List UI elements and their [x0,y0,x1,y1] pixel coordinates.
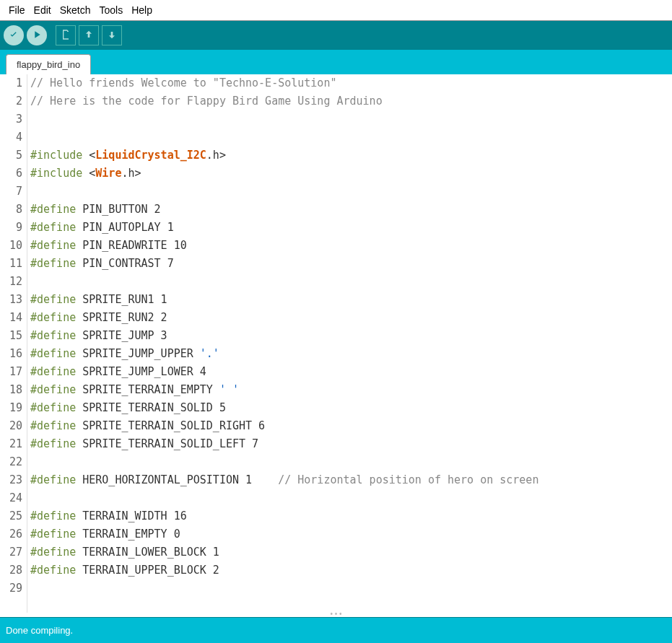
file-icon [60,29,71,43]
code-area[interactable]: // Hello friends Welcome to "Techno-E-So… [27,74,672,613]
open-button[interactable] [79,25,99,45]
line-number: 11 [3,255,22,273]
menu-sketch[interactable]: Sketch [56,3,95,17]
code-line[interactable]: #include <Wire.h> [30,165,672,183]
line-number: 16 [3,345,22,363]
code-line[interactable]: #define TERRAIN_EMPTY 0 [30,525,672,543]
menu-help[interactable]: Help [127,3,157,17]
line-number: 2 [3,92,22,110]
code-line[interactable]: #include <LiquidCrystal_I2C.h> [30,146,672,165]
code-line[interactable]: // Here is the code for Flappy Bird Game… [30,92,672,110]
line-number: 14 [3,309,22,327]
line-number: 15 [3,327,22,345]
arrow-up-icon [83,29,95,43]
line-number: 20 [3,417,22,435]
code-line[interactable]: #define SPRITE_TERRAIN_EMPTY ' ' [30,381,672,399]
code-line[interactable]: // Hello friends Welcome to "Techno-E-So… [30,74,672,92]
code-line[interactable] [30,128,672,146]
tab-sketch[interactable]: flappy_bird_ino [6,54,91,74]
status-message: Done compiling. [6,625,73,636]
line-number: 21 [3,435,22,453]
line-number: 27 [3,543,22,561]
code-line[interactable]: #define TERRAIN_WIDTH 16 [30,507,672,525]
line-number: 3 [3,110,22,128]
code-line[interactable]: #define PIN_AUTOPLAY 1 [30,219,672,237]
line-number: 13 [3,291,22,309]
arrow-down-icon [106,29,118,43]
line-number: 4 [3,128,22,146]
code-line[interactable] [30,183,672,201]
line-number: 24 [3,489,22,507]
line-number: 8 [3,201,22,219]
menu-bar: FileEditSketchToolsHelp [0,0,672,21]
upload-button[interactable] [27,25,47,45]
code-line[interactable]: #define SPRITE_TERRAIN_SOLID 5 [30,399,672,417]
code-line[interactable]: #define SPRITE_RUN1 1 [30,291,672,309]
line-number: 29 [3,579,22,598]
menu-tools[interactable]: Tools [95,3,128,17]
line-number: 17 [3,363,22,381]
code-line[interactable]: #define HERO_HORIZONTAL_POSITION 1 // Ho… [30,471,672,489]
menu-file[interactable]: File [4,3,30,17]
arrow-right-icon [31,29,43,43]
new-button[interactable] [56,25,76,45]
line-number: 26 [3,525,22,543]
code-line[interactable]: #define PIN_BUTTON 2 [30,201,672,219]
line-number: 23 [3,471,22,489]
status-bar: Done compiling. [0,617,672,643]
code-line[interactable] [30,453,672,471]
code-line[interactable]: #define TERRAIN_UPPER_BLOCK 2 [30,561,672,579]
line-number: 12 [3,273,22,291]
line-number: 7 [3,183,22,201]
code-editor[interactable]: 1234567891011121314151617181920212223242… [0,74,672,613]
code-line[interactable]: #define SPRITE_JUMP_LOWER 4 [30,363,672,381]
code-line[interactable]: #define SPRITE_JUMP 3 [30,327,672,345]
code-line[interactable]: #define SPRITE_RUN2 2 [30,309,672,327]
menu-edit[interactable]: Edit [30,3,56,17]
line-number: 5 [3,146,22,165]
line-gutter: 1234567891011121314151617181920212223242… [0,74,27,613]
toolbar [0,21,672,50]
code-line[interactable]: #define SPRITE_TERRAIN_SOLID_LEFT 7 [30,435,672,453]
line-number: 10 [3,237,22,255]
line-number: 1 [3,74,22,92]
code-line[interactable]: #define PIN_READWRITE 10 [30,237,672,255]
code-line[interactable]: #define SPRITE_JUMP_UPPER '.' [30,345,672,363]
line-number: 6 [3,165,22,183]
tab-strip: flappy_bird_ino [0,50,672,74]
code-line[interactable]: #define PIN_CONTRAST 7 [30,255,672,273]
code-line[interactable] [30,110,672,128]
line-number: 25 [3,507,22,525]
code-line[interactable] [30,489,672,507]
code-line[interactable] [30,579,672,598]
code-line[interactable]: #define TERRAIN_LOWER_BLOCK 1 [30,543,672,561]
line-number: 22 [3,453,22,471]
check-icon [8,29,19,43]
code-line[interactable] [30,273,672,291]
code-line[interactable]: #define SPRITE_TERRAIN_SOLID_RIGHT 6 [30,417,672,435]
line-number: 19 [3,399,22,417]
verify-button[interactable] [4,25,24,45]
line-number: 9 [3,219,22,237]
save-button[interactable] [102,25,122,45]
line-number: 18 [3,381,22,399]
line-number: 28 [3,561,22,579]
